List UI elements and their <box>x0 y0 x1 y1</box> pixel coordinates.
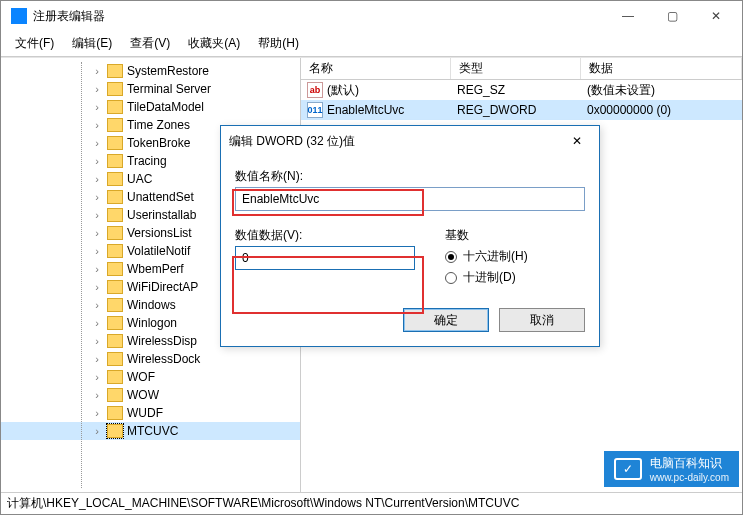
tree-node-label: UnattendSet <box>127 190 194 204</box>
expand-icon[interactable]: › <box>91 263 103 275</box>
tree-node-label: WirelessDisp <box>127 334 197 348</box>
radio-hex[interactable]: 十六进制(H) <box>445 248 528 265</box>
cancel-button[interactable]: 取消 <box>499 308 585 332</box>
expand-icon[interactable]: › <box>91 335 103 347</box>
menu-edit[interactable]: 编辑(E) <box>64 33 120 54</box>
expand-icon[interactable]: › <box>91 191 103 203</box>
dialog-body: 数值名称(N): 数值数据(V): 基数 十六进制(H) 十进制(D) 确定 <box>221 156 599 346</box>
dialog-title: 编辑 DWORD (32 位)值 <box>229 133 563 150</box>
tree-node-label: VersionsList <box>127 226 192 240</box>
radio-dec-label: 十进制(D) <box>463 269 516 286</box>
folder-icon <box>107 118 123 132</box>
folder-icon <box>107 262 123 276</box>
cell-type: REG_DWORD <box>457 103 587 117</box>
col-data[interactable]: 数据 <box>581 58 742 79</box>
app-icon <box>11 8 27 24</box>
radio-hex-label: 十六进制(H) <box>463 248 528 265</box>
tree-node[interactable]: ›MTCUVC <box>1 422 300 440</box>
expand-icon[interactable]: › <box>91 317 103 329</box>
folder-icon <box>107 424 123 438</box>
window-title: 注册表编辑器 <box>33 8 606 25</box>
tree-node[interactable]: ›WirelessDock <box>1 350 300 368</box>
cell-name: (默认) <box>327 82 457 99</box>
menu-bar: 文件(F) 编辑(E) 查看(V) 收藏夹(A) 帮助(H) <box>1 31 742 57</box>
folder-icon <box>107 370 123 384</box>
expand-icon[interactable]: › <box>91 371 103 383</box>
title-bar[interactable]: 注册表编辑器 — ▢ ✕ <box>1 1 742 31</box>
expand-icon[interactable]: › <box>91 425 103 437</box>
folder-icon <box>107 334 123 348</box>
value-data-label: 数值数据(V): <box>235 227 415 244</box>
menu-file[interactable]: 文件(F) <box>7 33 62 54</box>
expand-icon[interactable]: › <box>91 389 103 401</box>
expand-icon[interactable]: › <box>91 155 103 167</box>
tree-node-label: WbemPerf <box>127 262 184 276</box>
expand-icon[interactable]: › <box>91 407 103 419</box>
tree-node-label: SystemRestore <box>127 64 209 78</box>
expand-icon[interactable]: › <box>91 245 103 257</box>
folder-icon <box>107 190 123 204</box>
tree-guide-line <box>81 62 82 488</box>
folder-icon <box>107 82 123 96</box>
tree-node[interactable]: ›Terminal Server <box>1 80 300 98</box>
expand-icon[interactable]: › <box>91 137 103 149</box>
folder-icon <box>107 172 123 186</box>
folder-icon <box>107 100 123 114</box>
list-row[interactable]: ab(默认)REG_SZ(数值未设置) <box>301 80 742 100</box>
expand-icon[interactable]: › <box>91 101 103 113</box>
dialog-close-icon[interactable]: ✕ <box>563 134 591 148</box>
value-type-icon: 011 <box>307 102 323 118</box>
radio-dot-icon <box>445 272 457 284</box>
expand-icon[interactable]: › <box>91 281 103 293</box>
cell-data: 0x00000000 (0) <box>587 103 742 117</box>
radio-dec[interactable]: 十进制(D) <box>445 269 528 286</box>
value-name-input[interactable] <box>235 187 585 211</box>
expand-icon[interactable]: › <box>91 299 103 311</box>
close-button[interactable]: ✕ <box>694 2 738 30</box>
dialog-title-bar[interactable]: 编辑 DWORD (32 位)值 ✕ <box>221 126 599 156</box>
tree-node[interactable]: ›TileDataModel <box>1 98 300 116</box>
value-name-label: 数值名称(N): <box>235 168 585 185</box>
watermark-sub: www.pc-daily.com <box>650 472 729 483</box>
tree-node-label: Time Zones <box>127 118 190 132</box>
folder-icon <box>107 352 123 366</box>
tree-node-label: TileDataModel <box>127 100 204 114</box>
folder-icon <box>107 226 123 240</box>
watermark: 电脑百科知识 www.pc-daily.com <box>604 451 739 487</box>
value-data-input[interactable] <box>235 246 415 270</box>
tree-node[interactable]: ›WUDF <box>1 404 300 422</box>
folder-icon <box>107 154 123 168</box>
list-row[interactable]: 011EnableMtcUvcREG_DWORD0x00000000 (0) <box>301 100 742 120</box>
tree-node-label: Windows <box>127 298 176 312</box>
expand-icon[interactable]: › <box>91 227 103 239</box>
expand-icon[interactable]: › <box>91 83 103 95</box>
tree-node[interactable]: ›WOF <box>1 368 300 386</box>
menu-fav[interactable]: 收藏夹(A) <box>180 33 248 54</box>
col-type[interactable]: 类型 <box>451 58 581 79</box>
ok-button[interactable]: 确定 <box>403 308 489 332</box>
col-name[interactable]: 名称 <box>301 58 451 79</box>
expand-icon[interactable]: › <box>91 209 103 221</box>
expand-icon[interactable]: › <box>91 353 103 365</box>
tree-node-label: WOF <box>127 370 155 384</box>
expand-icon[interactable]: › <box>91 173 103 185</box>
menu-help[interactable]: 帮助(H) <box>250 33 307 54</box>
tree-node-label: WOW <box>127 388 159 402</box>
tree-node[interactable]: ›WOW <box>1 386 300 404</box>
expand-icon[interactable]: › <box>91 119 103 131</box>
cell-type: REG_SZ <box>457 83 587 97</box>
tree-node-label: Terminal Server <box>127 82 211 96</box>
expand-icon[interactable]: › <box>91 65 103 77</box>
menu-view[interactable]: 查看(V) <box>122 33 178 54</box>
minimize-button[interactable]: — <box>606 2 650 30</box>
list-rows: ab(默认)REG_SZ(数值未设置)011EnableMtcUvcREG_DW… <box>301 80 742 120</box>
folder-icon <box>107 316 123 330</box>
tree-node-label: MTCUVC <box>127 424 178 438</box>
watermark-monitor-icon <box>614 458 642 480</box>
edit-dword-dialog: 编辑 DWORD (32 位)值 ✕ 数值名称(N): 数值数据(V): 基数 … <box>220 125 600 347</box>
maximize-button[interactable]: ▢ <box>650 2 694 30</box>
folder-icon <box>107 388 123 402</box>
column-headers: 名称 类型 数据 <box>301 58 742 80</box>
status-bar: 计算机\HKEY_LOCAL_MACHINE\SOFTWARE\Microsof… <box>1 492 742 514</box>
tree-node[interactable]: ›SystemRestore <box>1 62 300 80</box>
